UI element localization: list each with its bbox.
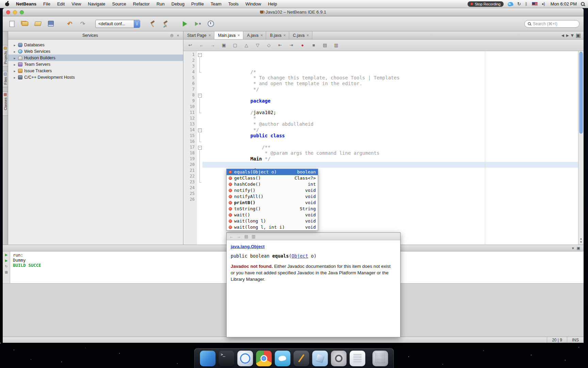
run-button[interactable] (180, 19, 190, 29)
line-number[interactable]: 5 (183, 75, 197, 81)
services-panel-header[interactable]: Services (8, 31, 183, 40)
line-number[interactable]: 21 (183, 168, 197, 173)
open-project-button[interactable] (33, 19, 43, 29)
fold-marker[interactable] (197, 116, 202, 121)
line-number[interactable]: 24 (183, 185, 197, 191)
fold-marker[interactable] (197, 185, 202, 191)
fold-marker[interactable] (197, 81, 202, 87)
copy-icon[interactable] (251, 234, 255, 239)
trash-dock-icon[interactable] (373, 351, 388, 366)
input-language-flag-icon[interactable] (532, 2, 538, 6)
maximize-output-icon[interactable] (577, 246, 580, 250)
fold-marker[interactable] (197, 162, 202, 168)
settings-icon[interactable] (5, 270, 8, 274)
show-in-browser-icon[interactable] (244, 234, 248, 239)
expand-arrow-icon[interactable] (13, 62, 16, 67)
spotlight-icon[interactable] (581, 2, 585, 6)
expand-arrow-icon[interactable] (13, 56, 16, 60)
float-panel-icon[interactable] (169, 33, 174, 38)
chrome-dock-icon[interactable] (256, 351, 272, 366)
line-number[interactable]: 22 (183, 173, 197, 179)
build-button[interactable] (148, 19, 158, 29)
completion-item[interactable]: notifyAll() void (227, 194, 318, 200)
line-number[interactable]: 13 (183, 121, 197, 127)
completion-item[interactable]: notify() void (227, 187, 318, 194)
tree-item[interactable]: Team Servers (8, 61, 183, 67)
completion-item[interactable]: getClass() Class<?> (227, 175, 318, 181)
menu-item[interactable]: Refactor (130, 0, 153, 8)
line-number[interactable]: 16 (183, 139, 197, 144)
tree-item[interactable]: C/C++ Development Hosts (8, 74, 183, 80)
line-number[interactable]: 3 (183, 63, 197, 69)
new-file-button[interactable] (7, 19, 17, 29)
fold-marker[interactable] (197, 139, 202, 144)
fold-marker[interactable] (197, 179, 202, 185)
editor-tab[interactable]: C.java (289, 31, 312, 39)
clean-build-button[interactable] (161, 19, 171, 29)
tree-item[interactable]: Databases (8, 42, 183, 48)
tree-item[interactable]: Issue Trackers (8, 67, 183, 74)
rerun-debug-icon[interactable] (5, 259, 8, 262)
apple-menu-icon[interactable] (5, 1, 10, 6)
line-number[interactable]: 10 (183, 104, 197, 110)
close-tab-icon[interactable] (307, 33, 309, 38)
line-number[interactable]: 9 (183, 98, 197, 104)
fold-marker[interactable] (197, 87, 202, 92)
shift-right-icon[interactable] (288, 42, 295, 49)
refresh-icon[interactable] (5, 264, 7, 268)
line-number[interactable]: 6 (183, 81, 197, 87)
editor-tab[interactable]: A.java (243, 31, 266, 39)
fold-marker[interactable] (197, 121, 202, 127)
comment-icon[interactable] (322, 42, 328, 49)
scroll-tabs-left-icon[interactable] (561, 32, 564, 39)
editor-tab[interactable]: Main.java (214, 31, 243, 39)
menu-item[interactable]: Edit (54, 0, 68, 8)
forward-icon[interactable] (209, 42, 216, 49)
menu-item[interactable]: NetBeans (13, 0, 40, 8)
previous-occurrence-icon[interactable] (243, 42, 250, 49)
menu-item[interactable]: Navigate (84, 0, 109, 8)
menu-item[interactable]: Help (264, 0, 280, 8)
tab-list-icon[interactable] (571, 32, 574, 39)
fold-marker[interactable] (197, 173, 202, 179)
search-field[interactable] (524, 20, 579, 28)
fold-marker[interactable] (197, 144, 202, 150)
shift-left-icon[interactable] (277, 42, 283, 49)
back-icon[interactable] (229, 234, 233, 239)
new-project-button[interactable] (20, 19, 30, 29)
scroll-down-icon[interactable] (580, 241, 583, 244)
line-number[interactable]: 18 (183, 150, 197, 156)
twitter-icon[interactable] (508, 2, 513, 6)
menu-item[interactable]: File (40, 0, 54, 8)
sync-icon[interactable]: ↻ (517, 2, 521, 6)
menu-item[interactable]: Source (109, 0, 130, 8)
javadoc-param-type-link[interactable]: Object (292, 253, 308, 259)
javadoc-class-link[interactable]: java.lang.Object (231, 244, 265, 249)
line-number[interactable]: 26 (183, 197, 197, 202)
close-tab-icon[interactable] (260, 33, 263, 38)
editor-tab[interactable]: B.java (266, 31, 289, 39)
twitter-dock-icon[interactable] (275, 351, 291, 366)
line-number[interactable]: 2 (183, 58, 197, 63)
close-tab-icon[interactable] (283, 33, 286, 38)
menu-item[interactable]: Run (153, 0, 168, 8)
finder-dock-icon[interactable] (200, 351, 216, 366)
next-occurrence-icon[interactable] (254, 42, 261, 49)
rail-tab-projects[interactable]: Projects (3, 45, 8, 67)
fold-marker[interactable] (197, 58, 202, 63)
editor-vertical-scrollbar[interactable] (578, 51, 584, 245)
fold-marker[interactable] (197, 98, 202, 104)
menu-item[interactable]: Team (207, 0, 225, 8)
profile-button[interactable] (206, 19, 216, 29)
line-number[interactable]: 23 (183, 179, 197, 185)
line-number[interactable]: 25 (183, 191, 197, 197)
back-icon[interactable] (198, 42, 205, 49)
maximize-editor-icon[interactable] (576, 32, 581, 39)
completion-item[interactable]: hashCode() int (227, 181, 318, 187)
rail-tab-files[interactable]: Files (3, 71, 8, 87)
expand-arrow-icon[interactable] (13, 43, 16, 47)
menu-item[interactable]: View (68, 0, 84, 8)
line-number[interactable]: 11 (183, 110, 197, 116)
expand-arrow-icon[interactable] (13, 49, 16, 54)
minimize-window-button[interactable] (13, 10, 17, 14)
